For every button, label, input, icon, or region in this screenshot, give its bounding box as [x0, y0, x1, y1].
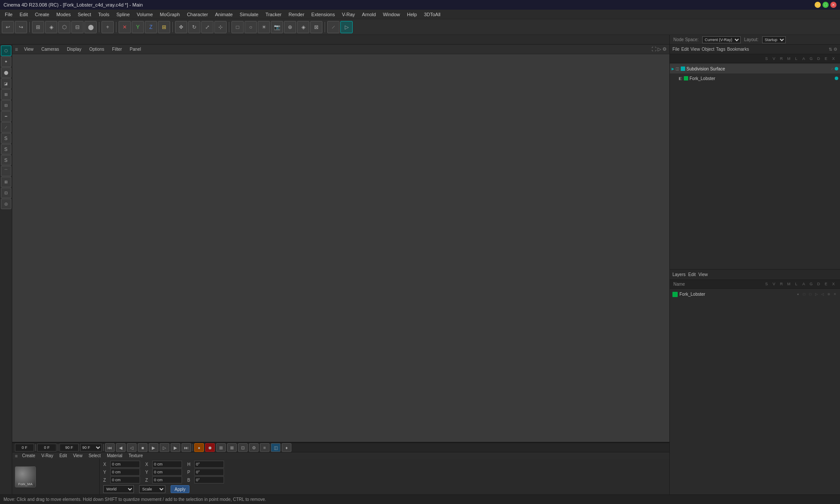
- mat-menu-texture[interactable]: Texture: [127, 452, 145, 459]
- left-tool-2[interactable]: ✦: [1, 56, 11, 67]
- poly-mode-button[interactable]: ⊟: [71, 21, 84, 33]
- node-space-select[interactable]: Current (V-Ray): [702, 36, 741, 43]
- vp-menu-display[interactable]: Display: [65, 46, 83, 52]
- object-mode-button[interactable]: ⬤: [84, 21, 97, 33]
- object-subdivision-surface[interactable]: ▶ ◫ Subdivision Surface ✓: [670, 64, 840, 74]
- floor-tool[interactable]: ⊠: [310, 21, 322, 33]
- anim-settings-button[interactable]: ⚙: [249, 443, 259, 452]
- y-rot-input[interactable]: [152, 469, 182, 476]
- lyr-menu-edit[interactable]: Edit: [688, 272, 696, 277]
- move-tool[interactable]: ✥: [175, 21, 187, 33]
- menu-arnold[interactable]: Arnold: [359, 11, 379, 18]
- menu-volume[interactable]: Volume: [134, 11, 156, 18]
- om-menu-view[interactable]: View: [690, 47, 700, 52]
- left-tool-4[interactable]: ◪: [1, 78, 11, 89]
- menu-window[interactable]: Window: [380, 11, 403, 18]
- layer-manager-button[interactable]: ≡: [260, 443, 270, 452]
- vp-menu-filter[interactable]: Filter: [110, 46, 123, 52]
- left-tool-6[interactable]: ⊟: [1, 100, 11, 111]
- vp-maximize-icon[interactable]: ⛶: [651, 46, 656, 52]
- fork-material-thumb[interactable]: Fork_MA: [15, 466, 36, 487]
- mat-menu-vray[interactable]: V-Ray: [39, 452, 55, 459]
- left-tool-3[interactable]: ⬤: [1, 67, 11, 78]
- camera-tool[interactable]: 📷: [271, 21, 283, 33]
- left-tool-brush[interactable]: ⌒: [1, 166, 11, 176]
- menu-create[interactable]: Create: [32, 11, 52, 18]
- coord-button[interactable]: ⊞: [158, 21, 170, 33]
- key-sel-button[interactable]: ⊠: [227, 443, 237, 452]
- transform-tool[interactable]: ⊹: [214, 21, 227, 33]
- menu-tracker[interactable]: Tracker: [262, 11, 285, 18]
- prev-key-button[interactable]: ◁: [127, 443, 136, 452]
- world-mode-select[interactable]: World Object: [103, 485, 134, 493]
- left-tool-11[interactable]: ⊡: [1, 188, 11, 198]
- vp-menu-view[interactable]: View: [22, 46, 35, 52]
- light-tool[interactable]: ☀: [258, 21, 270, 33]
- apply-button[interactable]: Apply: [171, 485, 189, 493]
- y-pos-input[interactable]: [110, 469, 140, 476]
- left-tool-model[interactable]: ⬡: [1, 46, 11, 56]
- anim-end-frame-input[interactable]: [60, 444, 79, 452]
- left-tool-8[interactable]: ⟋: [1, 122, 11, 133]
- new-button[interactable]: +: [102, 21, 114, 33]
- b-input[interactable]: [194, 476, 224, 483]
- mat-menu-view[interactable]: View: [71, 452, 84, 459]
- vp-hamburger-icon[interactable]: ≡: [15, 46, 18, 52]
- vp-render-icon[interactable]: ▷: [658, 46, 661, 52]
- stop-button[interactable]: ■: [138, 443, 147, 452]
- record-button[interactable]: ●: [194, 443, 204, 452]
- maximize-button[interactable]: □: [822, 2, 829, 8]
- x-axis-button[interactable]: ✕: [119, 21, 131, 33]
- menu-spline[interactable]: Spline: [113, 11, 133, 18]
- om-menu-file[interactable]: File: [672, 47, 679, 52]
- y-axis-button[interactable]: Y: [132, 21, 144, 33]
- om-menu-edit[interactable]: Edit: [681, 47, 689, 52]
- mat-menu-edit[interactable]: Edit: [58, 452, 69, 459]
- next-frame-button[interactable]: ▶: [171, 443, 180, 452]
- scale-tool[interactable]: ⤢: [201, 21, 214, 33]
- mat-menu-create[interactable]: Create: [20, 452, 37, 459]
- knife-tool[interactable]: ⟋: [327, 21, 340, 33]
- menu-modes[interactable]: Modes: [53, 11, 74, 18]
- key-all-button[interactable]: ⊞: [216, 443, 226, 452]
- redo-button[interactable]: ↪: [15, 21, 27, 33]
- object-fork-lobster[interactable]: ◧ Fork_Lobster: [670, 74, 840, 83]
- menu-mograph[interactable]: MoGraph: [157, 11, 183, 18]
- goto-end-button[interactable]: ⏭: [182, 443, 191, 452]
- mat-menu-select[interactable]: Select: [87, 452, 102, 459]
- om-menu-object[interactable]: Object: [702, 47, 714, 52]
- menu-help[interactable]: Help: [404, 11, 420, 18]
- lyr-menu-layers[interactable]: Layers: [672, 272, 686, 277]
- left-tool-7[interactable]: ━: [1, 111, 11, 122]
- left-tool-5[interactable]: ⊞: [1, 89, 11, 100]
- menu-select[interactable]: Select: [75, 11, 94, 18]
- menu-render[interactable]: Render: [286, 11, 308, 18]
- lyr-menu-view[interactable]: View: [698, 272, 708, 277]
- render-button[interactable]: ▷: [340, 21, 353, 33]
- menu-file[interactable]: File: [2, 11, 16, 18]
- om-icon-2[interactable]: ⚙: [833, 47, 837, 52]
- sphere-tool[interactable]: ○: [245, 21, 257, 33]
- left-tool-12[interactable]: ◎: [1, 199, 11, 209]
- minimize-button[interactable]: −: [815, 2, 821, 8]
- z-axis-button[interactable]: Z: [145, 21, 157, 33]
- menu-character[interactable]: Character: [184, 11, 211, 18]
- z-pos-input[interactable]: [110, 476, 140, 483]
- timeline-button[interactable]: ◫: [271, 443, 280, 452]
- next-key-button[interactable]: ▷: [160, 443, 169, 452]
- left-tool-S[interactable]: S: [1, 133, 11, 144]
- xpresso-button[interactable]: ♦: [282, 443, 291, 452]
- vp-menu-cameras[interactable]: Cameras: [40, 46, 61, 52]
- left-tool-10[interactable]: ⊞: [1, 177, 11, 187]
- layer-fork-lobster[interactable]: Fork_Lobster ● □ □ ▷ ◁ ⊕ ✕: [670, 290, 840, 299]
- z-rot-input[interactable]: [152, 476, 182, 483]
- vp-menu-options[interactable]: Options: [88, 46, 106, 52]
- x-rot-input[interactable]: [152, 461, 182, 468]
- auto-key-button[interactable]: ⏺: [205, 443, 215, 452]
- menu-3dtoall[interactable]: 3DToAll: [421, 11, 444, 18]
- undo-button[interactable]: ↩: [2, 21, 14, 33]
- null-tool[interactable]: ⊕: [284, 21, 296, 33]
- vp-settings-icon[interactable]: ⚙: [662, 46, 667, 52]
- goto-start-button[interactable]: ⏮: [105, 443, 115, 452]
- p-input[interactable]: [194, 469, 224, 476]
